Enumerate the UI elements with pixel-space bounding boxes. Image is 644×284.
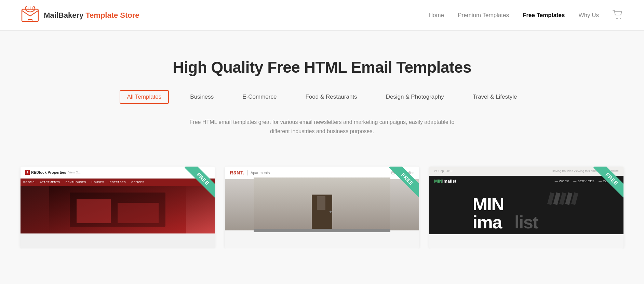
minimalist-logo: MINimalist: [434, 179, 456, 184]
free-badge-label-r3nt: FREE: [389, 167, 419, 198]
free-badge-r3nt: FREE: [385, 167, 419, 201]
filter-tab-business[interactable]: Business: [183, 90, 221, 104]
redlock-nav-offices: OFFICES: [129, 179, 147, 186]
svg-point-6: [616, 18, 618, 19]
free-badge-label: FREE: [185, 167, 215, 198]
r3nt-brand: R3NT.: [230, 170, 245, 175]
filter-tabs: All Templates Business E-Commerce Food &…: [14, 90, 630, 104]
r3nt-logo: R3NT. Apartments: [230, 170, 270, 175]
filter-tab-travel[interactable]: Travel & Lifestyle: [465, 90, 525, 104]
redlock-nav-rooms: ROOMS: [21, 179, 37, 186]
main-nav: Home Premium Templates Free Templates Wh…: [429, 10, 623, 21]
svg-rect-15: [317, 196, 325, 210]
svg-rect-17: [254, 229, 390, 232]
svg-rect-5: [28, 19, 32, 22]
hero-description: Free HTML email templates great for vari…: [189, 117, 455, 136]
svg-rect-11: [118, 203, 159, 223]
filter-tab-ecommerce[interactable]: E-Commerce: [235, 90, 284, 104]
redlock-nav-houses: HOUSES: [89, 179, 107, 186]
svg-text:MIN: MIN: [473, 194, 504, 214]
minimalist-date: 21 Sep, 2018: [434, 169, 453, 173]
redlock-nav-cottages: COTTAGES: [107, 179, 129, 186]
svg-text:list: list: [514, 212, 538, 232]
template-card-r3nt[interactable]: FREE R3NT. Apartments View Online: [225, 167, 419, 248]
template-card-redlock[interactable]: FREE 1 REDlock Properties View O... ROOM…: [21, 167, 215, 248]
svg-text:ima: ima: [473, 212, 503, 232]
logo-icon: [21, 6, 40, 25]
svg-point-7: [620, 18, 621, 19]
nav-premium[interactable]: Premium Templates: [458, 12, 509, 19]
nav-free[interactable]: Free Templates: [523, 12, 565, 19]
hero-section: High Quality Free HTML Email Templates A…: [0, 31, 644, 153]
redlock-icon: 1: [25, 170, 30, 175]
redlock-brand: REDlock Properties: [31, 170, 66, 174]
template-card-minimalist[interactable]: FREE 21 Sep, 2018 Having troubles viewin…: [429, 167, 623, 248]
minimalist-nav-work: — WORK: [555, 180, 569, 183]
templates-grid: FREE 1 REDlock Properties View O... ROOM…: [0, 153, 644, 248]
free-badge-redlock: FREE: [180, 167, 215, 201]
redlock-logo: 1 REDlock Properties: [25, 170, 66, 175]
nav-why-us[interactable]: Why Us: [579, 12, 599, 19]
svg-rect-10: [77, 199, 111, 223]
free-badge-minimalist: FREE: [589, 167, 623, 201]
redlock-nav-penthouses: PENTHOUSES: [63, 179, 89, 186]
nav-home[interactable]: Home: [429, 12, 444, 19]
free-badge-label-minimalist: FREE: [593, 167, 623, 198]
logo-area[interactable]: MailBakery Template Store: [21, 6, 139, 25]
filter-tab-design[interactable]: Design & Photography: [378, 90, 452, 104]
r3nt-separator: [247, 170, 248, 175]
cart-icon[interactable]: [613, 10, 623, 21]
filter-tab-food[interactable]: Food & Restaurants: [298, 90, 364, 104]
filter-tab-all[interactable]: All Templates: [120, 90, 169, 104]
svg-point-16: [330, 211, 332, 213]
hero-title: High Quality Free HTML Email Templates: [14, 58, 630, 76]
redlock-view: View O...: [68, 171, 81, 174]
r3nt-subtitle: Apartments: [251, 171, 270, 175]
redlock-nav-apartments: APARTMENTS: [37, 179, 63, 186]
logo-brand-text: MailBakery Template Store: [44, 11, 139, 20]
